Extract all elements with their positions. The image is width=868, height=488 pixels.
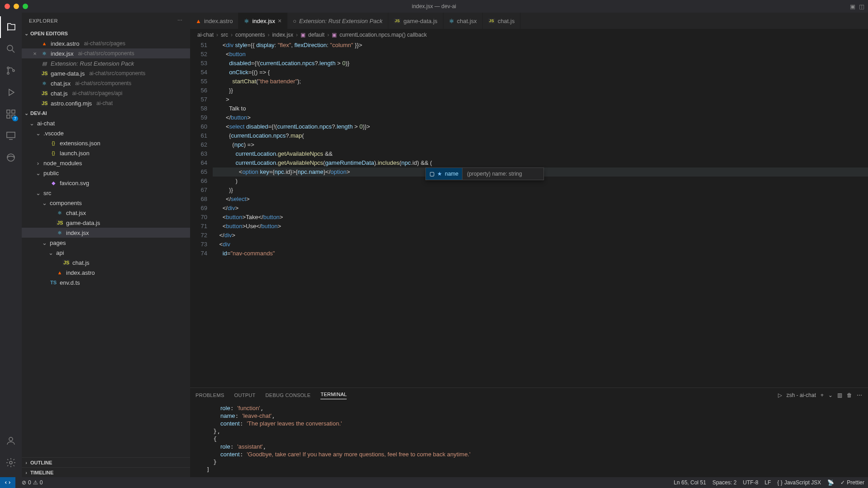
eol-status[interactable]: LF xyxy=(765,479,771,486)
minimize-window-button[interactable] xyxy=(14,4,19,9)
folder-item[interactable]: ⌄api xyxy=(22,248,190,258)
sidebar-title: EXPLORER xyxy=(29,18,58,24)
folder-item[interactable]: ›node_modules xyxy=(22,158,190,168)
panel-more-icon[interactable]: ⋯ xyxy=(857,392,863,398)
search-icon[interactable] xyxy=(0,38,22,60)
file-item[interactable]: TSenv.d.ts xyxy=(22,277,190,287)
breadcrumb[interactable]: ai-chat›src›components›index.jsx›▣defaul… xyxy=(190,29,868,41)
debug-icon[interactable] xyxy=(0,81,22,103)
open-editor-item[interactable]: ▲index.astroai-chat/src/pages xyxy=(22,38,190,48)
explorer-icon[interactable] xyxy=(0,16,22,38)
terminal-name[interactable]: zsh - ai-chat xyxy=(787,392,816,398)
svg-rect-8 xyxy=(7,132,15,138)
editor-tab[interactable]: JSchat.js xyxy=(483,13,521,29)
field-icon: ▢ xyxy=(429,169,434,178)
panel-tab[interactable]: TERMINAL xyxy=(320,392,347,399)
folder-item[interactable]: ⌄.vscode xyxy=(22,128,190,138)
gear-icon[interactable] xyxy=(0,452,22,474)
extensions-icon[interactable]: 7 xyxy=(0,103,22,125)
editor-area: ▲index.astro⚛index.jsx×○Extension: Rust … xyxy=(190,13,868,477)
add-terminal-icon[interactable]: + xyxy=(820,392,824,398)
more-icon[interactable]: ⋯ xyxy=(177,18,183,24)
svg-point-0 xyxy=(7,45,13,51)
open-editor-item[interactable]: JSchat.jsai-chat/src/pages/api xyxy=(22,88,190,98)
folder-item[interactable]: ⌄src xyxy=(22,188,190,198)
close-icon[interactable]: × xyxy=(278,17,281,24)
remote-icon[interactable] xyxy=(0,125,22,147)
layout-toggle-icon[interactable]: ▣ xyxy=(850,3,855,10)
remote-button[interactable] xyxy=(0,477,15,488)
folder-item[interactable]: ⌄public xyxy=(22,168,190,178)
terminal-output[interactable]: role: 'function', name: 'leave-chat', co… xyxy=(190,402,868,477)
open-editors-header[interactable]: ⌄ OPEN EDITORS xyxy=(22,29,190,38)
trash-icon[interactable]: 🗑 xyxy=(847,392,852,398)
account-icon[interactable] xyxy=(0,430,22,452)
window-title: index.jsx — dev-ai xyxy=(412,3,456,10)
editor-tab[interactable]: ▲index.astro xyxy=(190,13,238,29)
file-icon: JS xyxy=(56,220,63,226)
split-terminal-icon[interactable]: ▥ xyxy=(837,392,842,398)
maximize-window-button[interactable] xyxy=(23,4,28,9)
prettier-status[interactable]: ✓ Prettier xyxy=(840,479,864,486)
folder-item[interactable]: ⌄pages xyxy=(22,238,190,248)
file-item[interactable]: {}launch.json xyxy=(22,148,190,158)
errors-status[interactable]: ⊘0 ⚠0 xyxy=(22,479,43,486)
chevron-icon: ⌄ xyxy=(42,200,47,206)
open-editor-item[interactable]: ×⚛index.jsxai-chat/src/components xyxy=(22,48,190,58)
indentation-status[interactable]: Spaces: 2 xyxy=(712,479,736,486)
breadcrumb-item[interactable]: src xyxy=(221,32,228,38)
editor-tab[interactable]: ○Extension: Rust Extension Pack xyxy=(287,13,388,29)
suggest-detail: (property) name: string xyxy=(462,168,544,180)
file-icon: ⚛ xyxy=(56,230,63,236)
file-icon: ⚛ xyxy=(41,51,48,57)
project-header[interactable]: ⌄ DEV-AI xyxy=(22,108,190,118)
breadcrumb-item[interactable]: currentLocation.npcs.map() callback xyxy=(339,32,427,38)
language-status[interactable]: { } JavaScript JSX xyxy=(777,479,821,486)
file-item[interactable]: ⚛chat.jsx xyxy=(22,208,190,218)
terminal-launch-icon[interactable]: ▷ xyxy=(778,392,782,398)
panel-tab[interactable]: PROBLEMS xyxy=(196,392,224,398)
panel-toggle-icon[interactable]: ◫ xyxy=(859,3,864,10)
editor-tab[interactable]: ⚛index.jsx× xyxy=(238,13,287,29)
timeline-header[interactable]: › TIMELINE xyxy=(22,467,190,477)
chevron-icon: › xyxy=(35,160,41,167)
suggest-item[interactable]: ▢ ★ name xyxy=(426,168,462,180)
code-content[interactable]: <div style={{ display: "flex", flexDirec… xyxy=(213,41,868,388)
breadcrumb-item[interactable]: default xyxy=(308,32,324,38)
breadcrumb-item[interactable]: ai-chat xyxy=(197,32,214,38)
cursor-position[interactable]: Ln 65, Col 51 xyxy=(674,479,706,486)
close-icon[interactable]: × xyxy=(32,50,38,57)
source-control-icon[interactable] xyxy=(0,60,22,81)
file-item[interactable]: JSchat.js xyxy=(22,258,190,268)
intellisense-popup[interactable]: ▢ ★ name (property) name: string xyxy=(425,167,544,180)
file-icon: ▲ xyxy=(196,18,201,24)
file-item[interactable]: ◆favicon.svg xyxy=(22,178,190,188)
file-item[interactable]: JSgame-data.js xyxy=(22,218,190,228)
file-item[interactable]: {}extensions.json xyxy=(22,138,190,148)
close-window-button[interactable] xyxy=(5,4,10,9)
open-editor-item[interactable]: JSgame-data.jsai-chat/src/components xyxy=(22,68,190,78)
folder-item[interactable]: ⌄components xyxy=(22,198,190,208)
encoding-status[interactable]: UTF-8 xyxy=(743,479,758,486)
open-editor-item[interactable]: JSastro.config.mjsai-chat xyxy=(22,98,190,108)
open-editor-item[interactable]: ⚛chat.jsxai-chat/src/components xyxy=(22,78,190,88)
file-item[interactable]: ⚛index.jsx xyxy=(22,228,190,238)
edge-icon[interactable] xyxy=(0,147,22,168)
statusbar: ⊘0 ⚠0 Ln 65, Col 51 Spaces: 2 UTF-8 LF {… xyxy=(0,477,868,488)
outline-header[interactable]: › OUTLINE xyxy=(22,457,190,467)
folder-item[interactable]: ⌄ai-chat xyxy=(22,118,190,128)
panel-tab[interactable]: DEBUG CONSOLE xyxy=(266,392,311,398)
tweet-icon[interactable]: 📡 xyxy=(827,479,834,486)
panel-tab[interactable]: OUTPUT xyxy=(234,392,256,398)
editor-tab[interactable]: JSgame-data.js xyxy=(388,13,443,29)
code-editor[interactable]: 5152535455565758596061626364656667686970… xyxy=(190,41,868,388)
chevron-icon: ⌄ xyxy=(35,190,41,196)
file-icon: ⚛ xyxy=(449,18,454,24)
editor-tab[interactable]: ⚛chat.jsx xyxy=(444,13,483,29)
breadcrumb-item[interactable]: index.jsx xyxy=(272,32,293,38)
breadcrumb-item[interactable]: components xyxy=(235,32,265,38)
open-editor-item[interactable]: ▤Extension: Rust Extension Pack xyxy=(22,58,190,68)
terminal-dropdown-icon[interactable]: ⌄ xyxy=(828,392,833,398)
svg-point-1 xyxy=(7,67,9,69)
file-item[interactable]: ▲index.astro xyxy=(22,268,190,277)
